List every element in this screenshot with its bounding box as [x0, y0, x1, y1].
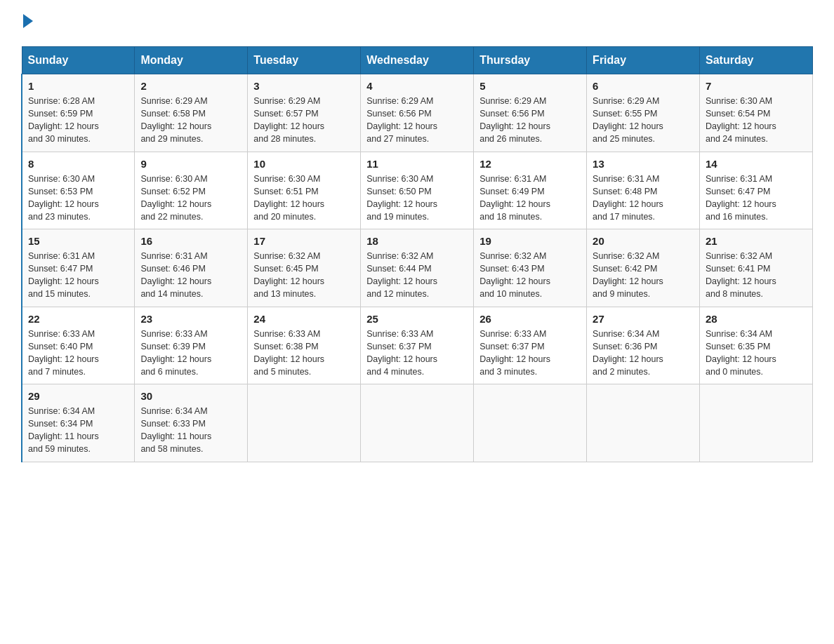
day-info: Sunrise: 6:29 AMSunset: 6:55 PMDaylight:…	[593, 95, 694, 146]
day-info: Sunrise: 6:31 AMSunset: 6:49 PMDaylight:…	[479, 173, 581, 224]
day-number: 13	[593, 158, 694, 170]
day-info: Sunrise: 6:33 AMSunset: 6:38 PMDaylight:…	[253, 328, 355, 379]
calendar-cell: 9 Sunrise: 6:30 AMSunset: 6:52 PMDayligh…	[135, 152, 248, 229]
day-number: 6	[593, 80, 694, 92]
day-info: Sunrise: 6:31 AMSunset: 6:48 PMDaylight:…	[593, 173, 694, 224]
calendar-cell: 21 Sunrise: 6:32 AMSunset: 6:41 PMDaylig…	[700, 229, 813, 307]
day-number: 17	[253, 235, 355, 247]
day-number: 7	[706, 80, 807, 92]
calendar-week-row: 29 Sunrise: 6:34 AMSunset: 6:34 PMDaylig…	[22, 384, 813, 462]
day-info: Sunrise: 6:30 AMSunset: 6:50 PMDaylight:…	[366, 173, 468, 224]
calendar-cell: 11 Sunrise: 6:30 AMSunset: 6:50 PMDaylig…	[361, 152, 474, 229]
calendar-cell	[248, 384, 361, 462]
day-info: Sunrise: 6:32 AMSunset: 6:45 PMDaylight:…	[253, 250, 355, 301]
calendar-cell: 4 Sunrise: 6:29 AMSunset: 6:56 PMDayligh…	[361, 74, 474, 152]
day-number: 2	[140, 80, 241, 92]
day-info: Sunrise: 6:34 AMSunset: 6:34 PMDaylight:…	[28, 405, 128, 456]
day-number: 30	[140, 390, 241, 402]
day-number: 25	[366, 313, 468, 325]
day-number: 20	[593, 235, 694, 247]
day-header-tuesday: Tuesday	[248, 47, 361, 74]
day-number: 27	[593, 313, 694, 325]
calendar-cell: 8 Sunrise: 6:30 AMSunset: 6:53 PMDayligh…	[22, 152, 135, 229]
day-number: 29	[28, 390, 128, 402]
day-header-monday: Monday	[135, 47, 248, 74]
logo-triangle-icon	[23, 14, 33, 28]
calendar-cell: 17 Sunrise: 6:32 AMSunset: 6:45 PMDaylig…	[248, 229, 361, 307]
day-info: Sunrise: 6:33 AMSunset: 6:37 PMDaylight:…	[366, 328, 468, 379]
day-number: 5	[479, 80, 581, 92]
day-header-sunday: Sunday	[22, 47, 135, 74]
day-info: Sunrise: 6:32 AMSunset: 6:44 PMDaylight:…	[366, 250, 468, 301]
calendar-cell: 13 Sunrise: 6:31 AMSunset: 6:48 PMDaylig…	[587, 152, 700, 229]
page-header	[21, 14, 813, 35]
day-number: 1	[28, 80, 128, 92]
day-number: 15	[28, 235, 128, 247]
calendar-table: SundayMondayTuesdayWednesdayThursdayFrid…	[21, 46, 813, 462]
calendar-week-row: 15 Sunrise: 6:31 AMSunset: 6:47 PMDaylig…	[22, 229, 813, 307]
day-info: Sunrise: 6:32 AMSunset: 6:43 PMDaylight:…	[479, 250, 581, 301]
day-info: Sunrise: 6:30 AMSunset: 6:51 PMDaylight:…	[253, 173, 355, 224]
day-info: Sunrise: 6:33 AMSunset: 6:39 PMDaylight:…	[140, 328, 241, 379]
day-number: 10	[253, 158, 355, 170]
calendar-cell	[361, 384, 474, 462]
calendar-week-row: 22 Sunrise: 6:33 AMSunset: 6:40 PMDaylig…	[22, 307, 813, 384]
day-info: Sunrise: 6:29 AMSunset: 6:57 PMDaylight:…	[253, 95, 355, 146]
day-info: Sunrise: 6:33 AMSunset: 6:40 PMDaylight:…	[28, 328, 128, 379]
calendar-cell: 5 Sunrise: 6:29 AMSunset: 6:56 PMDayligh…	[474, 74, 587, 152]
day-number: 22	[28, 313, 128, 325]
day-info: Sunrise: 6:30 AMSunset: 6:54 PMDaylight:…	[706, 95, 807, 146]
calendar-cell: 20 Sunrise: 6:32 AMSunset: 6:42 PMDaylig…	[587, 229, 700, 307]
day-info: Sunrise: 6:28 AMSunset: 6:59 PMDaylight:…	[28, 95, 128, 146]
calendar-cell: 26 Sunrise: 6:33 AMSunset: 6:37 PMDaylig…	[474, 307, 587, 384]
day-number: 18	[366, 235, 468, 247]
logo	[21, 14, 33, 35]
day-info: Sunrise: 6:32 AMSunset: 6:41 PMDaylight:…	[706, 250, 807, 301]
calendar-cell: 7 Sunrise: 6:30 AMSunset: 6:54 PMDayligh…	[700, 74, 813, 152]
calendar-cell: 10 Sunrise: 6:30 AMSunset: 6:51 PMDaylig…	[248, 152, 361, 229]
calendar-cell	[587, 384, 700, 462]
day-info: Sunrise: 6:34 AMSunset: 6:36 PMDaylight:…	[593, 328, 694, 379]
day-info: Sunrise: 6:30 AMSunset: 6:53 PMDaylight:…	[28, 173, 128, 224]
day-number: 24	[253, 313, 355, 325]
calendar-cell: 27 Sunrise: 6:34 AMSunset: 6:36 PMDaylig…	[587, 307, 700, 384]
calendar-cell: 25 Sunrise: 6:33 AMSunset: 6:37 PMDaylig…	[361, 307, 474, 384]
day-header-saturday: Saturday	[700, 47, 813, 74]
day-header-thursday: Thursday	[474, 47, 587, 74]
day-info: Sunrise: 6:29 AMSunset: 6:58 PMDaylight:…	[140, 95, 241, 146]
calendar-cell	[700, 384, 813, 462]
day-header-wednesday: Wednesday	[361, 47, 474, 74]
day-info: Sunrise: 6:29 AMSunset: 6:56 PMDaylight:…	[479, 95, 581, 146]
day-number: 28	[706, 313, 807, 325]
day-info: Sunrise: 6:34 AMSunset: 6:33 PMDaylight:…	[140, 405, 241, 456]
day-number: 14	[706, 158, 807, 170]
day-info: Sunrise: 6:32 AMSunset: 6:42 PMDaylight:…	[593, 250, 694, 301]
day-number: 19	[479, 235, 581, 247]
day-number: 4	[366, 80, 468, 92]
day-number: 26	[479, 313, 581, 325]
day-number: 11	[366, 158, 468, 170]
calendar-cell: 2 Sunrise: 6:29 AMSunset: 6:58 PMDayligh…	[135, 74, 248, 152]
calendar-cell: 1 Sunrise: 6:28 AMSunset: 6:59 PMDayligh…	[22, 74, 135, 152]
calendar-week-row: 1 Sunrise: 6:28 AMSunset: 6:59 PMDayligh…	[22, 74, 813, 152]
calendar-cell: 3 Sunrise: 6:29 AMSunset: 6:57 PMDayligh…	[248, 74, 361, 152]
day-info: Sunrise: 6:31 AMSunset: 6:47 PMDaylight:…	[28, 250, 128, 301]
calendar-cell: 22 Sunrise: 6:33 AMSunset: 6:40 PMDaylig…	[22, 307, 135, 384]
day-info: Sunrise: 6:34 AMSunset: 6:35 PMDaylight:…	[706, 328, 807, 379]
day-info: Sunrise: 6:29 AMSunset: 6:56 PMDaylight:…	[366, 95, 468, 146]
calendar-cell: 14 Sunrise: 6:31 AMSunset: 6:47 PMDaylig…	[700, 152, 813, 229]
calendar-cell	[474, 384, 587, 462]
day-info: Sunrise: 6:33 AMSunset: 6:37 PMDaylight:…	[479, 328, 581, 379]
calendar-cell: 28 Sunrise: 6:34 AMSunset: 6:35 PMDaylig…	[700, 307, 813, 384]
calendar-header-row: SundayMondayTuesdayWednesdayThursdayFrid…	[22, 47, 813, 74]
day-number: 8	[28, 158, 128, 170]
calendar-cell: 18 Sunrise: 6:32 AMSunset: 6:44 PMDaylig…	[361, 229, 474, 307]
calendar-cell: 6 Sunrise: 6:29 AMSunset: 6:55 PMDayligh…	[587, 74, 700, 152]
day-number: 21	[706, 235, 807, 247]
day-info: Sunrise: 6:31 AMSunset: 6:47 PMDaylight:…	[706, 173, 807, 224]
calendar-cell: 12 Sunrise: 6:31 AMSunset: 6:49 PMDaylig…	[474, 152, 587, 229]
calendar-cell: 16 Sunrise: 6:31 AMSunset: 6:46 PMDaylig…	[135, 229, 248, 307]
day-number: 23	[140, 313, 241, 325]
day-header-friday: Friday	[587, 47, 700, 74]
calendar-cell: 30 Sunrise: 6:34 AMSunset: 6:33 PMDaylig…	[135, 384, 248, 462]
